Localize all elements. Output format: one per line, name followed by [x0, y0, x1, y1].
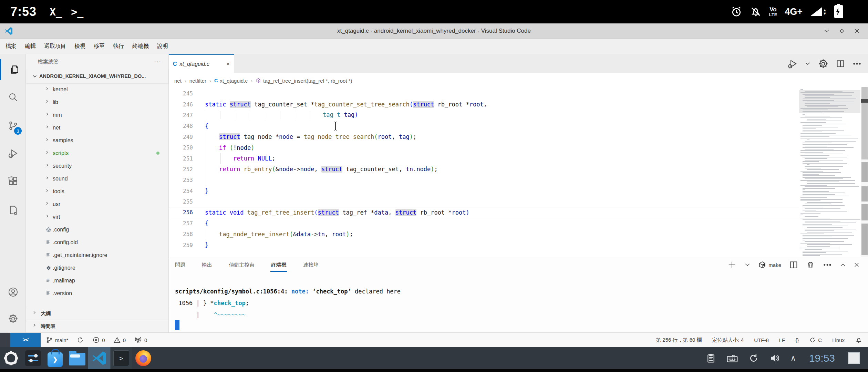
- taskbar-app-file-manager[interactable]: [66, 347, 88, 369]
- taskbar-app-software-store[interactable]: ❯: [44, 347, 66, 369]
- clipboard-icon[interactable]: [706, 353, 716, 363]
- menu-item[interactable]: 終端機: [128, 41, 153, 51]
- menu-item[interactable]: 執行: [109, 41, 128, 51]
- tree-item-scripts[interactable]: scripts: [26, 147, 168, 159]
- panel-chevron-down-button[interactable]: [744, 262, 751, 268]
- taskbar-app-firefox[interactable]: [132, 347, 154, 369]
- code-line-256[interactable]: 256static void tag_ref_tree_insert(struc…: [169, 207, 799, 218]
- tree-item-samples[interactable]: samples: [26, 134, 168, 147]
- menu-item[interactable]: 選取項目: [40, 41, 70, 51]
- sync-tray-icon[interactable]: [748, 353, 759, 363]
- status-item[interactable]: Linux: [832, 337, 845, 343]
- status-item[interactable]: 第 256 行，第 60 欄: [656, 337, 702, 343]
- panel-tab[interactable]: 偵錯主控台: [228, 260, 255, 270]
- status-item[interactable]: {}: [795, 337, 799, 343]
- tree-item--config[interactable]: .config: [26, 223, 168, 236]
- tree-item--gitignore[interactable]: .gitignore: [26, 261, 168, 274]
- tree-item-mm[interactable]: mm: [26, 108, 168, 121]
- menu-item[interactable]: 編輯: [21, 41, 40, 51]
- status-error-item[interactable]: 0: [92, 336, 105, 344]
- code-line-251[interactable]: 251 return NULL;: [169, 153, 799, 164]
- panel-trash-button[interactable]: [806, 260, 815, 269]
- tree-item-virt[interactable]: virt: [26, 210, 168, 223]
- status-broadcast-item[interactable]: 0: [134, 336, 147, 344]
- menu-item[interactable]: 說明: [153, 41, 172, 51]
- code-line-249[interactable]: 249 struct tag_node *node = tag_node_tre…: [169, 132, 799, 142]
- tree-item--mailmap[interactable]: .mailmap: [26, 274, 168, 287]
- ellipsis-icon[interactable]: [852, 59, 862, 69]
- panel-tab[interactable]: 終端機: [270, 260, 287, 270]
- minimize-button[interactable]: [823, 28, 830, 34]
- code-editor[interactable]: 245246static struct tag_counter_set *tag…: [169, 88, 799, 257]
- status-warning-item[interactable]: 0: [113, 336, 126, 344]
- tab-close-icon[interactable]: ×: [226, 61, 230, 68]
- scrollbar-thumb[interactable]: [861, 87, 868, 159]
- keyboard-icon[interactable]: [726, 353, 738, 363]
- code-line-255[interactable]: 255: [169, 196, 799, 207]
- menu-item[interactable]: 檔案: [1, 41, 21, 51]
- sidebar-section[interactable]: 大綱: [26, 307, 168, 320]
- status-item-bell[interactable]: [855, 336, 862, 344]
- activitybar-search-icon[interactable]: [0, 87, 26, 107]
- status-branch-item[interactable]: main*: [45, 336, 68, 344]
- activitybar-source-control-icon[interactable]: 3: [0, 115, 26, 136]
- panel-tab[interactable]: 問題: [174, 260, 186, 270]
- code-line-258[interactable]: 258 tag_node_tree_insert(&data->tn, root…: [169, 229, 799, 239]
- code-line-252[interactable]: 252 return rb_entry(&node->node, struct …: [169, 164, 799, 175]
- taskbar-clock[interactable]: 19:53: [809, 352, 835, 364]
- activitybar-run-debug-icon[interactable]: [0, 143, 26, 164]
- tree-item-sound[interactable]: sound: [26, 172, 168, 185]
- code-line-254[interactable]: 254}: [169, 186, 799, 196]
- taskbar-app-applications-menu[interactable]: [0, 347, 22, 369]
- code-line-247[interactable]: 247tag_t tag): [169, 110, 799, 121]
- volume-icon[interactable]: [769, 353, 780, 363]
- panel-tab[interactable]: 輸出: [201, 260, 213, 270]
- code-line-245[interactable]: 245: [169, 88, 799, 99]
- tree-item--get-maintainer-ignore[interactable]: .get_maintainer.ignore: [26, 249, 168, 261]
- activitybar-accounts-icon[interactable]: [0, 282, 26, 302]
- maximize-button[interactable]: [838, 28, 845, 34]
- panel-chevron-up-button[interactable]: [840, 262, 846, 268]
- status-item[interactable]: 定位點大小: 4: [712, 337, 744, 343]
- status-item[interactable]: UTF-8: [754, 337, 769, 343]
- taskbar-app-settings-manager[interactable]: [22, 347, 44, 369]
- activitybar-manage-icon[interactable]: [0, 308, 26, 329]
- breadcrumb-item[interactable]: netfilter: [189, 78, 206, 84]
- panel-split-button[interactable]: [789, 260, 798, 270]
- activitybar-extensions-icon[interactable]: [0, 171, 26, 192]
- tray-expand-icon[interactable]: ∧: [790, 354, 796, 363]
- code-line-253[interactable]: 253: [169, 175, 799, 185]
- show-desktop-button[interactable]: [848, 352, 860, 364]
- remote-indicator[interactable]: ><: [10, 333, 41, 347]
- breadcrumb-item[interactable]: Cxt_qtaguid.c: [214, 78, 248, 84]
- panel-ellipsis-button[interactable]: [823, 260, 832, 270]
- status-sync-item[interactable]: [76, 336, 84, 344]
- tree-item-lib[interactable]: lib: [26, 96, 168, 108]
- sidebar-section[interactable]: 時間表: [26, 320, 168, 332]
- taskbar-app-vscode[interactable]: [88, 347, 110, 369]
- tab-xt_qtaguid[interactable]: C xt_qtaguid.c ×: [169, 54, 234, 73]
- code-line-248[interactable]: 248{: [169, 121, 799, 131]
- breadcrumb-item[interactable]: net: [174, 78, 182, 84]
- breadcrumb-item[interactable]: tag_ref_tree_insert(tag_ref *, rb_root *…: [256, 78, 352, 84]
- gear-icon[interactable]: [818, 58, 829, 69]
- minimap[interactable]: [799, 88, 860, 260]
- status-item[interactable]: LF: [779, 337, 785, 343]
- explorer-more-actions-icon[interactable]: ···: [154, 59, 162, 65]
- close-button[interactable]: [854, 28, 860, 34]
- tree-item-net[interactable]: net: [26, 121, 168, 134]
- tree-item--version[interactable]: .version: [26, 287, 168, 300]
- panel-close-button[interactable]: [854, 262, 860, 268]
- panel-tab[interactable]: 連接埠: [302, 260, 319, 270]
- menu-item[interactable]: 移至: [90, 41, 109, 51]
- menu-item[interactable]: 檢視: [70, 41, 90, 51]
- panel-plus-button[interactable]: [727, 260, 737, 270]
- activitybar-explorer-icon[interactable]: [0, 59, 27, 80]
- chevron-down-icon[interactable]: [805, 61, 811, 67]
- editor-scrollbar[interactable]: [861, 88, 868, 260]
- terminal-output[interactable]: scripts/kconfig/symbol.c:1056:4: note: ‘…: [175, 286, 401, 321]
- split-icon[interactable]: [836, 59, 845, 69]
- tree-item--config-old[interactable]: .config.old: [26, 236, 168, 249]
- taskbar-app-terminal-emulator[interactable]: >: [110, 347, 132, 369]
- tree-item-security[interactable]: security: [26, 159, 168, 172]
